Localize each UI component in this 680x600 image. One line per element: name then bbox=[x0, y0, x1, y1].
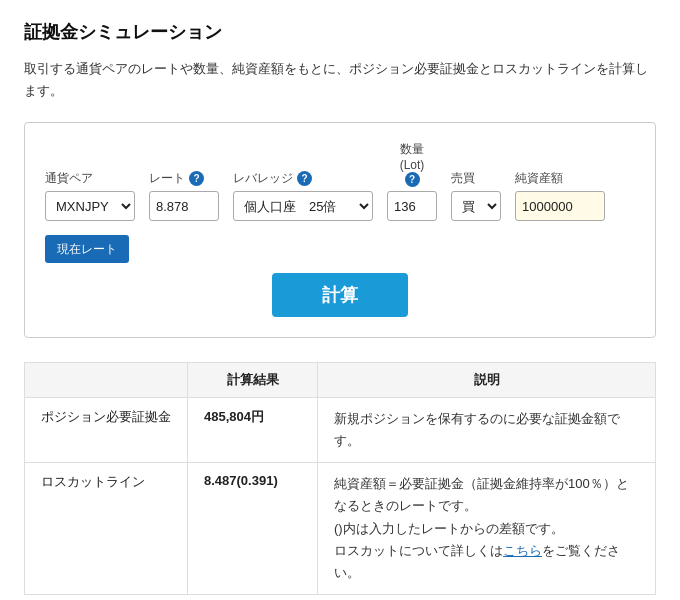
lot-help-icon[interactable]: ? bbox=[405, 172, 420, 187]
calc-button[interactable]: 計算 bbox=[272, 273, 408, 317]
buysell-label: 売買 bbox=[451, 170, 501, 187]
result-header-desc: 説明 bbox=[318, 363, 656, 398]
leverage-select[interactable]: 個人口座 25倍 個人口座 10倍 法人口座 25倍 bbox=[233, 191, 373, 221]
currency-pair-label: 通貨ペア bbox=[45, 170, 135, 187]
result-row2-desc-part2: ()内は入力したレートからの差額です。 bbox=[334, 521, 564, 536]
result-table: 計算結果 説明 ポジション必要証拠金 485,804円 新規ポジションを保有する… bbox=[24, 362, 656, 595]
leverage-label: レバレッジ ? bbox=[233, 170, 373, 187]
currency-pair-field: 通貨ペア MXNJPY USDJPY EURUSD GBPJPY bbox=[45, 170, 135, 221]
result-row2-desc: 純資産額＝必要証拠金（証拠金維持率が100％）となるときのレートです。 ()内は… bbox=[318, 463, 656, 594]
result-row2-desc-part1: 純資産額＝必要証拠金（証拠金維持率が100％）となるときのレートです。 bbox=[334, 476, 629, 513]
netasset-field: 純資産額 bbox=[515, 170, 605, 221]
result-row2-desc-part3: ロスカットについて詳しくは bbox=[334, 543, 503, 558]
currency-pair-select[interactable]: MXNJPY USDJPY EURUSD GBPJPY bbox=[45, 191, 135, 221]
result-row1-label: ポジション必要証拠金 bbox=[25, 398, 188, 463]
result-header-calc: 計算結果 bbox=[188, 363, 318, 398]
rate-label: レート ? bbox=[149, 170, 219, 187]
form-fields-row: 通貨ペア MXNJPY USDJPY EURUSD GBPJPY レート ? レ… bbox=[45, 141, 635, 221]
lot-label: 数量 (Lot) ? bbox=[387, 141, 437, 187]
current-rate-button[interactable]: 現在レート bbox=[45, 235, 129, 263]
rate-help-icon[interactable]: ? bbox=[189, 171, 204, 186]
current-rate-row: 現在レート bbox=[45, 231, 635, 263]
buysell-select[interactable]: 買 売 bbox=[451, 191, 501, 221]
leverage-field: レバレッジ ? 個人口座 25倍 個人口座 10倍 法人口座 25倍 bbox=[233, 170, 373, 221]
table-row: ロスカットライン 8.487(0.391) 純資産額＝必要証拠金（証拠金維持率が… bbox=[25, 463, 656, 594]
lot-input[interactable] bbox=[387, 191, 437, 221]
calc-row: 計算 bbox=[45, 273, 635, 317]
result-col-label bbox=[25, 363, 188, 398]
table-row: ポジション必要証拠金 485,804円 新規ポジションを保有するのに必要な証拠金… bbox=[25, 398, 656, 463]
leverage-help-icon[interactable]: ? bbox=[297, 171, 312, 186]
rate-field: レート ? bbox=[149, 170, 219, 221]
rate-input[interactable] bbox=[149, 191, 219, 221]
netasset-input[interactable] bbox=[515, 191, 605, 221]
result-row2-label: ロスカットライン bbox=[25, 463, 188, 594]
result-row1-desc: 新規ポジションを保有するのに必要な証拠金額です。 bbox=[318, 398, 656, 463]
result-row1-value: 485,804円 bbox=[188, 398, 318, 463]
buysell-field: 売買 買 売 bbox=[451, 170, 501, 221]
lot-field: 数量 (Lot) ? bbox=[387, 141, 437, 221]
simulation-form: 通貨ペア MXNJPY USDJPY EURUSD GBPJPY レート ? レ… bbox=[24, 122, 656, 338]
netasset-label: 純資産額 bbox=[515, 170, 605, 187]
loscut-link[interactable]: こちら bbox=[503, 543, 542, 558]
result-row2-value: 8.487(0.391) bbox=[188, 463, 318, 594]
page-description: 取引する通貨ペアのレートや数量、純資産額をもとに、ポジション必要証拠金とロスカッ… bbox=[24, 58, 656, 102]
page-title: 証拠金シミュレーション bbox=[24, 20, 656, 44]
